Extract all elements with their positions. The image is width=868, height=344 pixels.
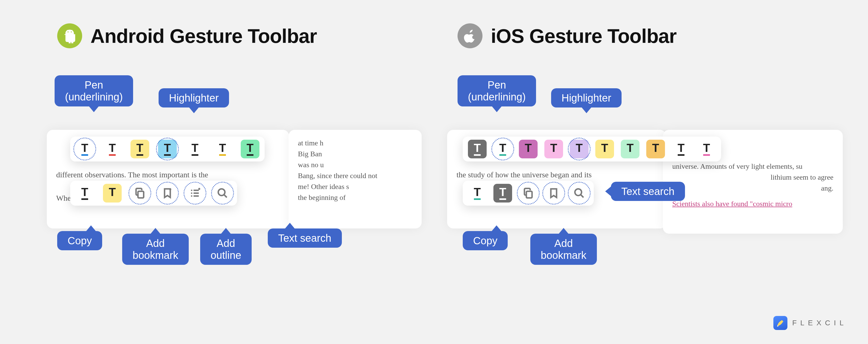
ios-bookmark-icon[interactable] xyxy=(544,184,563,203)
ios-search-icon[interactable] xyxy=(570,184,589,203)
ios-swatch-grey[interactable]: T xyxy=(468,140,487,159)
pen-extra1-swatch[interactable]: T xyxy=(75,184,94,203)
ios-r2-swatch2[interactable]: T xyxy=(493,184,512,203)
ios-swatch-black[interactable]: T xyxy=(672,140,690,159)
apple-icon xyxy=(458,23,483,48)
ios-swatch-mint[interactable]: T xyxy=(621,140,640,159)
bookmark-icon[interactable] xyxy=(158,184,177,203)
android-icon xyxy=(57,23,82,48)
ios-toolbar-row1[interactable]: T T T T T T T T T T xyxy=(463,137,721,162)
android-title: Android Gesture Toolbar xyxy=(90,25,317,47)
pen-yellow-hl-swatch[interactable]: T xyxy=(130,140,149,159)
pen-blue-swatch[interactable]: T xyxy=(75,140,94,159)
doc-card-right: at time h Big Ban was no u Bang, since t… xyxy=(288,130,422,229)
ios-r2-swatch1[interactable]: T xyxy=(468,184,487,203)
pen-amber-swatch[interactable]: T xyxy=(213,140,232,159)
copy-icon[interactable] xyxy=(130,184,149,203)
svg-point-0 xyxy=(68,31,69,32)
ios-doc-r1: universe. Amounts of very light elements… xyxy=(672,161,833,172)
highlighter-label: Highlighter xyxy=(159,88,229,107)
svg-point-1 xyxy=(71,31,72,32)
outline-label: Add outline xyxy=(200,234,252,265)
text-search-label: Text search xyxy=(268,229,342,248)
ios-heading: iOS Gesture Toolbar xyxy=(458,23,676,48)
ios-text-search-label: Text search xyxy=(611,182,685,201)
search-icon[interactable] xyxy=(213,184,232,203)
ios-pen-swatch[interactable]: T xyxy=(493,140,512,159)
ios-swatch-pinku[interactable]: T xyxy=(697,140,716,159)
ios-doc-r2: lithium seem to agree xyxy=(771,173,833,181)
ios-toolbar-row2[interactable]: T T xyxy=(463,181,594,206)
ios-title: iOS Gesture Toolbar xyxy=(491,25,676,47)
pen-label: Pen (underlining) xyxy=(55,75,133,106)
ios-doc-text-left: the study of how the universe began and … xyxy=(457,169,657,180)
android-toolbar-row1[interactable]: T T T T T T T xyxy=(70,137,265,162)
highlighter-yellow-swatch[interactable]: T xyxy=(103,184,122,203)
highlighter-green-swatch[interactable]: T xyxy=(241,140,259,159)
doc-text-right: at time h Big Ban was no u Bang, since t… xyxy=(298,138,412,203)
ios-copy-label: Copy xyxy=(463,231,508,250)
ios-doc-r3: ang. xyxy=(821,184,833,192)
outline-icon[interactable] xyxy=(186,184,204,203)
android-toolbar-row2[interactable]: T T xyxy=(70,181,237,206)
copy-label: Copy xyxy=(57,231,102,250)
android-diagram: different observations. The most importa… xyxy=(47,119,424,301)
ios-swatch-amber[interactable]: T xyxy=(646,140,665,159)
android-heading: Android Gesture Toolbar xyxy=(57,23,317,48)
ios-diagram: the study of how the universe began and … xyxy=(447,119,837,301)
ios-highlighter-label: Highlighter xyxy=(551,88,622,107)
ios-swatch-mauve[interactable]: T xyxy=(519,140,537,159)
ios-swatch-pink[interactable]: T xyxy=(544,140,563,159)
highlighter-blue-swatch[interactable]: T xyxy=(158,140,177,159)
brand-name: FLEXCIL xyxy=(792,319,847,327)
ios-bookmark-label: Add bookmark xyxy=(530,234,597,265)
pen-red-swatch[interactable]: T xyxy=(103,140,122,159)
ios-doc-r4: Scientists also have found "cosmic micro xyxy=(672,198,833,209)
ios-copy-icon[interactable] xyxy=(519,184,537,203)
brand-footer: FLEXCIL xyxy=(773,316,847,330)
ios-highlighter-swatch[interactable]: T xyxy=(570,140,589,159)
ios-swatch-yellow[interactable]: T xyxy=(595,140,614,159)
pen-black-swatch[interactable]: T xyxy=(186,140,204,159)
bookmark-label: Add bookmark xyxy=(122,234,189,265)
ios-pen-label: Pen (underlining) xyxy=(458,75,536,106)
flexcil-logo-icon xyxy=(773,316,787,330)
